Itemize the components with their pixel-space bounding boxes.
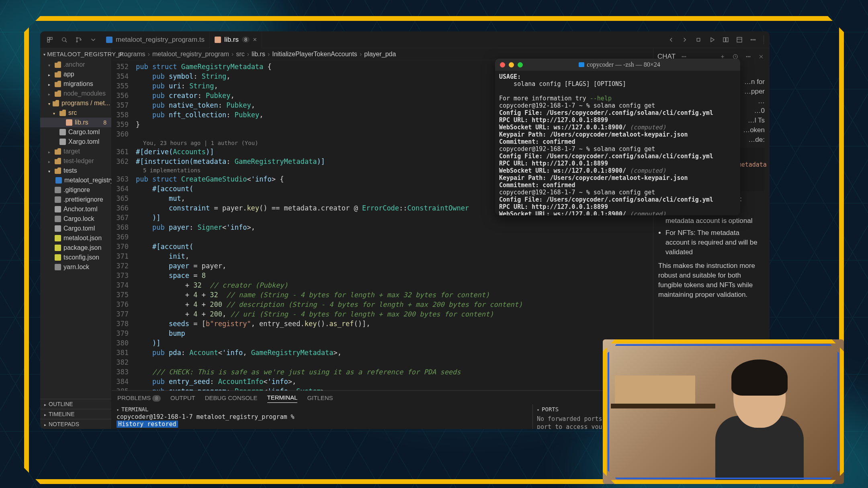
- svg-rect-8: [697, 38, 700, 41]
- code-line[interactable]: 368 pub payer: Signer<'info>,: [112, 223, 653, 232]
- code-line[interactable]: 372 payer = payer,: [112, 261, 653, 271]
- close-icon[interactable]: [757, 52, 766, 61]
- code-line[interactable]: 376 + 4 + 200 // description (String - 4…: [112, 300, 653, 309]
- source-control-icon[interactable]: [72, 33, 85, 46]
- code-line[interactable]: 378 seeds = [b"registry", entry_seed.key…: [112, 319, 653, 329]
- code-line[interactable]: 369: [112, 232, 653, 242]
- line-number: 352: [112, 62, 136, 71]
- editor-tab[interactable]: lib.rs 8 ×: [210, 31, 262, 48]
- tree-item[interactable]: migrations: [40, 79, 111, 89]
- tree-item[interactable]: Cargo.toml: [40, 224, 111, 233]
- code-line[interactable]: 383 /// CHECK: This is safe as we're jus…: [112, 367, 653, 377]
- line-number: 372: [112, 261, 136, 271]
- split-editor-icon[interactable]: [719, 33, 732, 46]
- tree-item-label: target: [63, 148, 80, 155]
- tree-item[interactable]: tests: [40, 166, 111, 176]
- svg-point-7: [80, 39, 81, 40]
- tree-item[interactable]: target: [40, 147, 111, 156]
- close-icon[interactable]: [500, 62, 505, 67]
- folder-icon: [579, 62, 584, 67]
- svg-point-23: [746, 56, 747, 57]
- tree-item[interactable]: tsconfig.json: [40, 253, 111, 262]
- traffic-lights[interactable]: [495, 62, 523, 67]
- svg-line-4: [65, 41, 67, 42]
- json-icon: [55, 235, 61, 241]
- panel-tab-terminal[interactable]: TERMINAL: [267, 392, 298, 403]
- breadcrumb-item[interactable]: lib.rs: [252, 51, 265, 58]
- play-icon[interactable]: [706, 33, 719, 46]
- code-line[interactable]: 382: [112, 357, 653, 367]
- external-terminal-window[interactable]: copycoder — -zsh — 80×24 USAGE: solana c…: [495, 59, 740, 215]
- tree-item[interactable]: .anchor: [40, 60, 111, 69]
- chevron-right-icon: [48, 157, 52, 165]
- search-icon[interactable]: [58, 33, 71, 46]
- breadcrumb-item[interactable]: programs: [118, 51, 145, 58]
- code-line[interactable]: 380 )]: [112, 338, 653, 348]
- bottom-panel: PROBLEMS8OUTPUTDEBUG CONSOLETERMINALGITL…: [112, 390, 653, 429]
- folder-icon: [55, 158, 61, 164]
- terminal-panel[interactable]: TERMINAL copycoder@192-168-1-7 metaloot_…: [112, 404, 532, 429]
- panel-tab-output[interactable]: OUTPUT: [170, 393, 195, 403]
- tree-item[interactable]: lib.rs8: [40, 118, 111, 127]
- tab-badge: 8: [242, 37, 250, 43]
- outline-section[interactable]: OUTLINE: [40, 399, 111, 409]
- tree-item-label: Cargo.lock: [63, 215, 94, 223]
- terminal-titlebar: copycoder — -zsh — 80×24: [495, 59, 740, 71]
- chevron-down-icon[interactable]: [87, 33, 100, 46]
- tree-item[interactable]: Cargo.lock: [40, 214, 111, 224]
- tree-item[interactable]: test-ledger: [40, 156, 111, 166]
- tree-item[interactable]: metaloot.json: [40, 233, 111, 243]
- explorer-title[interactable]: METALOOT_REGISTRY_P...: [40, 48, 111, 60]
- code-line[interactable]: 381 pub pda: Account<'info, GameRegistry…: [112, 348, 653, 357]
- tree-item[interactable]: app: [40, 69, 111, 79]
- line-number: 366: [112, 203, 136, 213]
- panel-tab-gitlens[interactable]: GITLENS: [307, 393, 333, 403]
- terminal-output[interactable]: USAGE: solana config [FLAGS] [OPTIONS] F…: [495, 71, 740, 215]
- panel-tab-problems[interactable]: PROBLEMS8: [117, 393, 161, 403]
- folder-icon: [55, 148, 61, 155]
- breadcrumb-item[interactable]: src: [236, 51, 244, 58]
- layout-icon[interactable]: [733, 33, 746, 46]
- code-line[interactable]: 374 + 32 // creator (Pubkey): [112, 280, 653, 290]
- line-number: 363: [112, 174, 136, 184]
- tree-item[interactable]: src: [40, 108, 111, 118]
- webcam-overlay: [603, 339, 844, 484]
- line-number: 383: [112, 367, 136, 377]
- panel-tab-debug-console[interactable]: DEBUG CONSOLE: [205, 393, 258, 403]
- breadcrumb-item[interactable]: InitializePlayerTokenAccounts: [272, 51, 357, 58]
- explorer-icon[interactable]: [43, 33, 56, 46]
- more-icon[interactable]: [747, 33, 760, 46]
- nav-back-icon[interactable]: [665, 33, 678, 46]
- close-icon[interactable]: ×: [253, 36, 257, 44]
- line-number: 367: [112, 213, 136, 223]
- chevron-down-icon: [48, 167, 52, 174]
- overflow-icon[interactable]: [744, 52, 753, 61]
- tree-item[interactable]: .gitignore: [40, 185, 111, 195]
- nav-forward-icon[interactable]: [678, 33, 691, 46]
- tree-item[interactable]: Xargo.toml: [40, 137, 111, 147]
- tree-item[interactable]: metaloot_registry_...: [40, 176, 111, 185]
- timeline-section[interactable]: TIMELINE: [40, 409, 111, 419]
- tree-item[interactable]: node_modules: [40, 89, 111, 98]
- code-line[interactable]: 375 + 4 + 32 // name (String - 4 bytes f…: [112, 290, 653, 300]
- breadcrumb-item[interactable]: player_pda: [364, 51, 396, 58]
- maximize-icon[interactable]: [518, 62, 523, 67]
- editor-tab[interactable]: metaloot_registry_program.ts: [101, 31, 210, 48]
- notepads-section[interactable]: NOTEPADS: [40, 419, 111, 429]
- tree-item[interactable]: .prettierignore: [40, 195, 111, 204]
- code-line[interactable]: 384 pub entry_seed: AccountInfo<'info>,: [112, 377, 653, 386]
- code-line[interactable]: 373 space = 8: [112, 271, 653, 280]
- code-line[interactable]: 371 init,: [112, 251, 653, 261]
- tree-item[interactable]: package.json: [40, 243, 111, 253]
- breadcrumb-item[interactable]: metaloot_registry_program: [152, 51, 229, 58]
- code-line[interactable]: 377 + 4 + 200, // uri (String - 4 bytes …: [112, 309, 653, 319]
- tree-item[interactable]: programs / met...: [40, 98, 111, 108]
- code-line[interactable]: 379 bump: [112, 329, 653, 338]
- tree-item[interactable]: yarn.lock: [40, 262, 111, 272]
- minimize-icon[interactable]: [509, 62, 514, 67]
- tree-item[interactable]: Anchor.toml: [40, 204, 111, 214]
- code-line[interactable]: 385 pub system_program: Program<'info, S…: [112, 386, 653, 390]
- tree-item[interactable]: Cargo.toml: [40, 127, 111, 137]
- code-line[interactable]: 370 #[account(: [112, 242, 653, 251]
- stop-icon[interactable]: [692, 33, 705, 46]
